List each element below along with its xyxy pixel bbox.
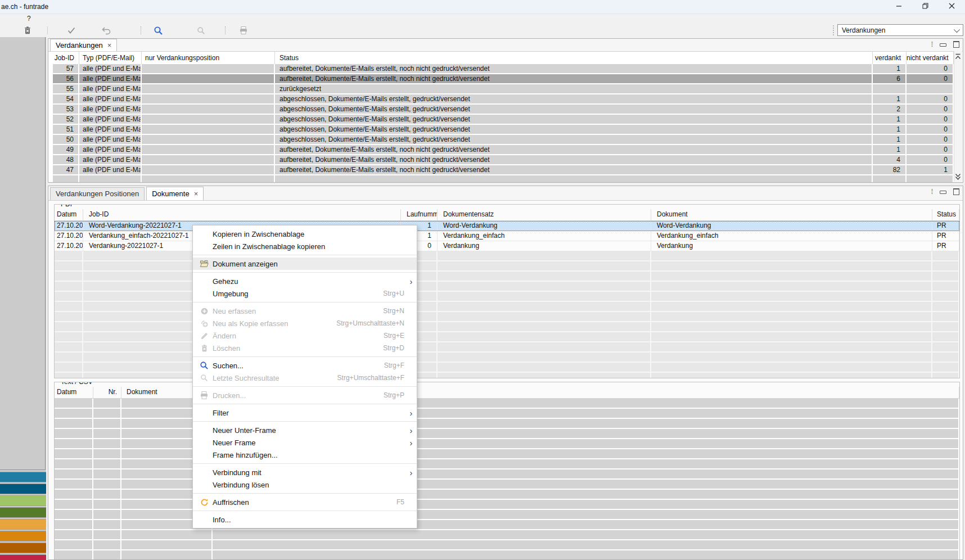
column-header-datum[interactable]: Datum (55, 387, 93, 398)
table-row[interactable]: 52alle (PDF und E-Mail)abgeschlossen, Do… (48, 115, 963, 125)
empty-table-row[interactable] (55, 261, 959, 272)
column-header-dokument[interactable]: Dokument (651, 209, 932, 220)
table-row[interactable]: 53alle (PDF und E-Mail)abgeschlossen, Do… (48, 105, 963, 115)
zoom-search-icon[interactable] (153, 26, 163, 35)
panel-maximize-icon[interactable] (953, 188, 959, 195)
empty-table-row[interactable] (55, 490, 959, 500)
empty-table-row[interactable] (55, 459, 959, 469)
empty-table-row[interactable] (55, 251, 959, 261)
color-bar[interactable] (0, 531, 46, 541)
empty-table-row[interactable] (55, 353, 959, 363)
empty-table-row[interactable] (55, 449, 959, 459)
column-header-nur-verdankungsposition[interactable]: nur Verdankungsposition (142, 52, 275, 64)
delete-icon[interactable] (22, 26, 33, 35)
tab-verdankungen[interactable]: Verdankungen × (50, 39, 117, 51)
empty-table-row[interactable] (55, 469, 959, 480)
panel-menu-icon[interactable]: ⁞ (931, 188, 933, 195)
panel-menu-icon[interactable]: ⁞ (931, 41, 933, 48)
column-header-status[interactable]: Status (932, 209, 959, 220)
context-menu-item[interactable]: UmgebungStrg+U (193, 287, 417, 300)
panel-minimize-icon[interactable] (940, 191, 946, 194)
context-menu-item[interactable]: Gehezu› (193, 275, 417, 287)
tab-verdankungen-positionen[interactable]: Verdankungen Positionen (50, 187, 145, 200)
context-menu-item[interactable]: Neu als Kopie erfassenStrg+Umschalttaste… (193, 317, 417, 329)
context-menu-item[interactable]: Drucken...Strg+P (193, 389, 417, 401)
view-dropdown[interactable]: Verdankungen (837, 24, 963, 36)
menu-help[interactable]: ? (25, 15, 33, 22)
empty-table-row[interactable] (55, 500, 959, 510)
scroll-top-icon[interactable] (954, 52, 962, 61)
color-bar[interactable] (0, 496, 46, 505)
minimize-button[interactable] (886, 0, 912, 13)
column-header-nr[interactable]: Nr. (93, 387, 121, 398)
empty-table-row[interactable] (55, 292, 959, 302)
empty-table-row[interactable] (55, 312, 959, 322)
tab-close-icon[interactable]: × (107, 42, 112, 49)
column-header-dokumentensatz[interactable]: Dokumentensatz (438, 209, 651, 220)
empty-table-row[interactable] (55, 302, 959, 312)
table-row[interactable]: 27.10.2022Word-Verdankung-20221027-11Wor… (55, 221, 959, 231)
empty-table-row[interactable] (55, 510, 959, 520)
empty-table-row[interactable] (55, 480, 959, 490)
table-row[interactable]: 49alle (PDF und E-Mail)aufbereitet, Doku… (48, 145, 963, 155)
table-row[interactable]: 48alle (PDF und E-Mail)aufbereitet, Doku… (48, 155, 963, 165)
color-bar[interactable] (0, 472, 46, 482)
context-menu-item[interactable]: Verbindung mit› (193, 466, 417, 478)
table-row[interactable]: 50alle (PDF und E-Mail)abgeschlossen, Do… (48, 135, 963, 145)
column-header-laufnummer[interactable]: Laufnummer (401, 209, 438, 220)
table-row[interactable]: 57alle (PDF und E-Mail)aufbereitet, Doku… (48, 64, 963, 74)
empty-table-row[interactable] (55, 520, 959, 530)
scroll-bottom-icon[interactable] (954, 172, 962, 180)
context-menu-item[interactable]: Suchen...Strg+F (193, 359, 417, 372)
context-menu-item[interactable]: Verbindung lösen (193, 478, 417, 491)
empty-table-row[interactable] (55, 332, 959, 342)
empty-table-row[interactable] (55, 322, 959, 332)
table-row[interactable]: 56alle (PDF und E-Mail)aufbereitet, Doku… (48, 74, 963, 84)
context-menu-item[interactable]: Neuer Frame› (193, 436, 417, 449)
context-menu-item[interactable]: ÄndernStrg+E (193, 329, 417, 342)
context-menu-item[interactable]: Neuer Unter-Frame› (193, 424, 417, 436)
context-menu-item[interactable]: Frame hinzufügen... (193, 449, 417, 461)
table-row[interactable]: 27.10.2022Verdankung-20221027-10Verdanku… (55, 241, 959, 251)
restore-button[interactable] (912, 0, 939, 13)
empty-table-row[interactable] (55, 399, 959, 409)
confirm-check-icon[interactable] (66, 26, 76, 35)
context-menu-item[interactable]: Kopieren in Zwischenablage (193, 228, 417, 240)
column-header-status[interactable]: Status (275, 52, 873, 64)
context-menu-item[interactable]: Neu erfassenStrg+N (193, 305, 417, 317)
empty-table-row[interactable] (55, 419, 959, 429)
empty-table-row[interactable] (55, 373, 959, 378)
panel-minimize-icon[interactable] (940, 43, 946, 47)
context-menu-item[interactable]: Dokument anzeigen (193, 258, 417, 270)
close-button[interactable] (939, 0, 965, 13)
empty-table-row[interactable] (55, 409, 959, 419)
context-menu-item[interactable]: Info... (193, 513, 417, 526)
empty-table-row[interactable] (55, 272, 959, 282)
color-bar[interactable] (0, 484, 46, 494)
color-bar[interactable] (0, 508, 46, 517)
table-row[interactable]: 51alle (PDF und E-Mail)abgeschlossen, Do… (48, 125, 963, 135)
color-bar[interactable] (0, 543, 46, 553)
empty-table-row[interactable] (55, 429, 959, 439)
color-bar[interactable] (0, 520, 46, 529)
context-menu-item[interactable]: Filter› (193, 407, 417, 419)
last-search-icon[interactable] (196, 26, 206, 35)
tab-dokumente[interactable]: Dokumente × (146, 187, 204, 200)
empty-table-row[interactable] (55, 550, 959, 560)
table-row[interactable]: 55alle (PDF und E-Mail)zurückgesetzt (48, 84, 963, 94)
column-header-nicht-verdankt[interactable]: nicht verdankt (907, 52, 954, 64)
context-menu-item[interactable]: AuffrischenF5 (193, 496, 417, 508)
table-row[interactable]: 47alle (PDF und E-Mail)aufbereitet, Doku… (48, 165, 963, 175)
vertical-scrollbar[interactable] (954, 51, 962, 182)
column-header-verdankt[interactable]: verdankt (873, 52, 907, 64)
empty-table-row[interactable] (55, 540, 959, 550)
table-row[interactable]: 27.10.2022Verdankung_einfach-20221027-11… (55, 231, 959, 241)
empty-table-row[interactable] (55, 342, 959, 353)
column-header-job-id[interactable]: Job-ID (83, 209, 401, 220)
color-bar[interactable] (0, 555, 46, 560)
print-icon[interactable] (238, 26, 249, 35)
undo-icon[interactable] (101, 26, 111, 35)
empty-table-row[interactable] (55, 282, 959, 292)
context-menu-item[interactable]: LöschenStrg+D (193, 342, 417, 354)
context-menu-item[interactable]: Zeilen in Zwischenablage kopieren (193, 240, 417, 252)
